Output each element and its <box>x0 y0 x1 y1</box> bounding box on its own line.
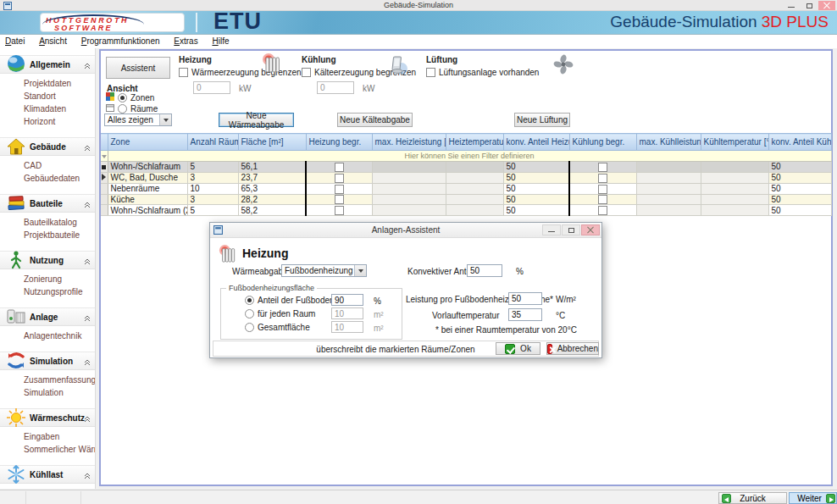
neue-kaelteabgabe-button[interactable]: Neue Kälteabgabe <box>337 113 413 127</box>
nav-header-gebaeude[interactable]: Gebäude <box>0 137 95 156</box>
kuehlung-begr-checkbox[interactable] <box>598 195 607 204</box>
heizung-begr-checkbox[interactable] <box>335 174 344 183</box>
sidebar-item-sommerlicher-waermeschutz[interactable]: Sommerlicher Wärmes... <box>24 443 95 456</box>
kuehlung-begr-checkbox[interactable] <box>598 185 607 194</box>
nav-header-allgemein[interactable]: Allgemein <box>0 55 95 74</box>
sidebar-item-nutzungsprofile[interactable]: Nutzungsprofile <box>24 285 95 298</box>
sidebar-item-simulation[interactable]: Simulation <box>24 386 95 399</box>
table-row[interactable]: WC, Bad, Dusche 3 23,7 50 50 <box>101 172 831 183</box>
sidebar-item-zonierung[interactable]: Zonierung <box>24 273 95 285</box>
col-zone[interactable]: Zone <box>108 134 187 151</box>
kaelteerzeugung-checkbox[interactable] <box>302 68 311 77</box>
lueftungsanlage-checkbox[interactable] <box>426 68 435 77</box>
nav-header-anlage[interactable]: Anlage <box>0 307 95 326</box>
menu-programmfunktionen[interactable]: Programmfunktionen <box>76 35 167 47</box>
collapse-chevron-icon[interactable] <box>84 314 91 321</box>
heizung-begr-checkbox[interactable] <box>335 195 344 204</box>
zurueck-button[interactable]: Zurück <box>718 492 787 504</box>
sidebar-item-gebaeudedaten[interactable]: Gebäudedaten <box>24 172 95 185</box>
col-konv-anteil-kuehlung[interactable]: konv. Anteil Kühlung [%] <box>768 134 831 151</box>
konvektiver-anteil-input[interactable] <box>467 264 502 277</box>
col-max-kuehlleistung[interactable]: max. Kühlleistung [kW] <box>636 134 701 151</box>
table-row[interactable]: Wohn-/Schlafraum 5 56,1 50 50 <box>101 162 831 173</box>
maximize-icon[interactable] <box>801 1 818 10</box>
zonen-radio[interactable] <box>118 93 127 102</box>
collapse-chevron-icon[interactable] <box>84 62 91 69</box>
collapse-chevron-icon[interactable] <box>84 415 91 422</box>
sidebar-item-projektbauteile[interactable]: Projektbauteile <box>24 229 95 241</box>
nav-header-nutzung[interactable]: Nutzung <box>0 251 95 269</box>
sidebar-item-projektdaten[interactable]: Projektdaten <box>24 77 95 90</box>
nav-header-waermeschutz[interactable]: Wärmeschutz <box>0 408 95 427</box>
raeume-radio[interactable] <box>118 104 127 114</box>
collapse-chevron-icon[interactable] <box>84 144 91 151</box>
anteil-input[interactable] <box>331 294 363 306</box>
collapse-chevron-icon[interactable] <box>84 358 91 365</box>
menu-ansicht[interactable]: Ansicht <box>34 35 74 47</box>
col-heizung-begr[interactable]: Heizung begr. <box>306 134 372 151</box>
jeden-raum-radio[interactable] <box>245 309 254 318</box>
anteil-radio[interactable] <box>245 296 254 305</box>
collapse-chevron-icon[interactable] <box>84 258 91 264</box>
nav-header-bauteile[interactable]: Bauteile <box>0 194 95 213</box>
sidebar-item-klimadaten[interactable]: Klimadaten <box>24 102 95 115</box>
logo-divider <box>196 13 197 32</box>
heizung-begr-checkbox[interactable] <box>335 185 344 194</box>
minimize-icon[interactable] <box>783 1 800 10</box>
col-flaeche[interactable]: Fläche [m²] <box>238 134 306 151</box>
menu-hilfe[interactable]: Hilfe <box>207 35 236 47</box>
heizung-begr-checkbox[interactable] <box>335 206 344 215</box>
menu-datei[interactable]: Datei <box>0 35 31 47</box>
col-konv-anteil-heizung[interactable]: konv. Anteil Heizung [%] <box>503 134 569 151</box>
sidebar-item-zusammenfassung[interactable]: Zusammenfassung <box>24 374 95 386</box>
kuehlung-begr-checkbox[interactable] <box>598 206 607 215</box>
filter-dropdown[interactable]: Alles zeigen <box>104 114 172 126</box>
waermeerzeugung-begrenzen[interactable]: Wärmeerzeugung begrenzen <box>179 68 302 77</box>
sidebar-item-eingaben[interactable]: Eingaben <box>24 430 95 443</box>
minimize-icon[interactable] <box>542 224 561 235</box>
zonen-option[interactable]: Zonen <box>106 92 154 102</box>
vorlauftemperatur-input[interactable] <box>508 308 542 321</box>
neue-lueftung-button[interactable]: Neue Lüftung <box>514 113 570 127</box>
assistent-button[interactable]: Assistent <box>106 57 170 79</box>
leistung-input[interactable] <box>508 292 542 305</box>
dialog-footer: überschreibt die markierten Räume/Zonen … <box>213 341 599 357</box>
sidebar-item-bauteilkatalog[interactable]: Bauteilkatalog <box>24 216 95 229</box>
collapse-chevron-icon[interactable] <box>84 472 91 479</box>
waermeerzeugung-checkbox[interactable] <box>179 68 188 77</box>
sidebar-item-anlagentechnik[interactable]: Anlagentechnik <box>24 330 95 342</box>
filter-row[interactable]: Hier können Sie einen Filter definieren <box>101 151 831 162</box>
gesamtflaeche-option[interactable]: Gesamtfläche <box>245 323 310 332</box>
col-heiztemperatur[interactable]: Heiztemperatur [°C] <box>446 134 503 151</box>
col-kuehltemperatur[interactable]: Kühltemperatur [°C] <box>701 134 768 151</box>
kuehlung-begr-checkbox[interactable] <box>598 174 607 183</box>
sidebar-item-cad[interactable]: CAD <box>24 159 95 172</box>
raeume-option[interactable]: Räume <box>106 103 158 114</box>
waermeabgabe-dropdown[interactable]: Fußbodenheizung <box>281 264 367 277</box>
nav-header-kuehllast[interactable]: Kühllast <box>0 465 95 484</box>
table-row[interactable]: Wohn-/Schlafraum (2) 5 58,2 50 50 <box>101 205 831 216</box>
heizung-begr-checkbox[interactable] <box>335 163 344 172</box>
sidebar-item-standort[interactable]: Standort <box>24 90 95 102</box>
maximize-icon[interactable] <box>562 224 580 235</box>
abbrechen-button[interactable]: Abbrechen <box>546 342 599 355</box>
neue-waermeabgabe-button[interactable]: Neue Wärmeabgabe <box>219 113 294 127</box>
table-row[interactable]: Küche 3 28,2 50 50 <box>101 194 831 205</box>
sidebar-item-horizont[interactable]: Horizont <box>24 115 95 128</box>
menu-extras[interactable]: Extras <box>169 35 204 47</box>
col-max-heizleistung[interactable]: max. Heizleistung [kW] <box>372 134 446 151</box>
gesamtflaeche-radio[interactable] <box>245 323 254 332</box>
col-kuehlung-begr[interactable]: Kühlung begr. <box>569 134 636 151</box>
fuer-jeden-raum-option[interactable]: für jeden Raum <box>245 309 315 318</box>
leistung-unit: W/m² <box>556 295 576 304</box>
close-icon[interactable] <box>818 1 835 10</box>
nav-header-simulation[interactable]: Simulation <box>0 352 95 370</box>
weiter-button[interactable]: Weiter <box>789 492 837 504</box>
collapse-chevron-icon[interactable] <box>84 201 91 208</box>
lueftungsanlage-vorhanden[interactable]: Lüftungsanlage vorhanden <box>426 68 539 77</box>
table-row[interactable]: Nebenräume 10 65,3 50 50 <box>101 183 831 194</box>
kuehlung-begr-checkbox[interactable] <box>598 163 607 172</box>
col-anzahl-raeume[interactable]: Anzahl Räume <box>187 134 238 151</box>
ok-button[interactable]: Ok <box>496 342 540 355</box>
close-icon[interactable] <box>581 224 600 235</box>
